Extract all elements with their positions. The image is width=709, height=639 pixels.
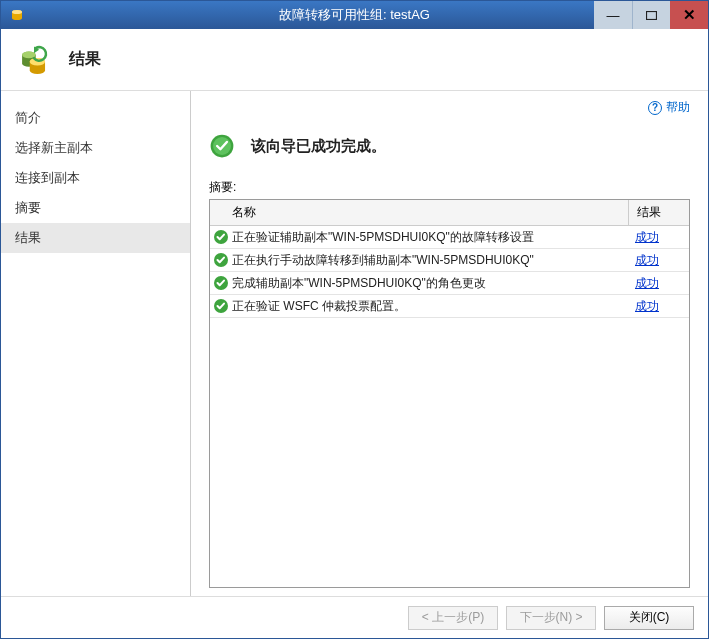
sidebar-item-connect-replica[interactable]: 连接到副本	[1, 163, 190, 193]
content-area: ? 帮助 该向导已成功完成。 摘要: 名称 结果	[191, 91, 708, 596]
row-result: 成功	[629, 226, 689, 248]
row-name: 正在验证 WSFC 仲裁投票配置。	[230, 295, 629, 317]
row-result: 成功	[629, 272, 689, 294]
result-link[interactable]: 成功	[635, 299, 659, 313]
row-status-icon	[210, 275, 230, 291]
footer: < 上一步(P) 下一步(N) > 关闭(C)	[1, 596, 708, 638]
table-row: 正在验证辅助副本"WIN-5PMSDHUI0KQ"的故障转移设置 成功	[210, 226, 689, 249]
result-link[interactable]: 成功	[635, 230, 659, 244]
row-name: 正在验证辅助副本"WIN-5PMSDHUI0KQ"的故障转移设置	[230, 226, 629, 248]
result-link[interactable]: 成功	[635, 253, 659, 267]
row-status-icon	[210, 252, 230, 268]
sidebar-item-select-primary[interactable]: 选择新主副本	[1, 133, 190, 163]
row-name: 正在执行手动故障转移到辅助副本"WIN-5PMSDHUI0KQ"	[230, 249, 629, 271]
titlebar: 故障转移可用性组: testAG — ✕	[1, 1, 708, 29]
row-status-icon	[210, 298, 230, 314]
main-area: 简介 选择新主副本 连接到副本 摘要 结果 ? 帮助 该向导已成功完成。 摘要:…	[1, 91, 708, 596]
row-result: 成功	[629, 249, 689, 271]
summary-label: 摘要:	[209, 179, 690, 196]
row-status-icon	[210, 229, 230, 245]
sidebar: 简介 选择新主副本 连接到副本 摘要 结果	[1, 91, 191, 596]
previous-button: < 上一步(P)	[408, 606, 498, 630]
sidebar-item-summary[interactable]: 摘要	[1, 193, 190, 223]
grid-header: 名称 结果	[210, 200, 689, 226]
help-icon: ?	[648, 101, 662, 115]
help-label: 帮助	[666, 99, 690, 116]
page-title: 结果	[69, 49, 101, 70]
window-controls: — ✕	[594, 1, 708, 29]
svg-rect-2	[647, 11, 657, 19]
status-message: 该向导已成功完成。	[251, 137, 386, 156]
result-link[interactable]: 成功	[635, 276, 659, 290]
maximize-button[interactable]	[632, 1, 670, 29]
app-icon	[7, 5, 27, 25]
results-grid: 名称 结果 正在验证辅助副本"WIN-5PMSDHUI0KQ"的故障转移设置 成…	[209, 199, 690, 588]
table-row: 完成辅助副本"WIN-5PMSDHUI0KQ"的角色更改 成功	[210, 272, 689, 295]
column-name[interactable]: 名称	[210, 200, 629, 225]
success-icon	[209, 133, 235, 159]
column-result[interactable]: 结果	[629, 200, 689, 225]
minimize-button[interactable]: —	[594, 1, 632, 29]
sidebar-item-results[interactable]: 结果	[1, 223, 190, 253]
svg-point-1	[12, 10, 22, 14]
wizard-logo-icon	[17, 43, 51, 77]
table-row: 正在执行手动故障转移到辅助副本"WIN-5PMSDHUI0KQ" 成功	[210, 249, 689, 272]
table-row: 正在验证 WSFC 仲裁投票配置。 成功	[210, 295, 689, 318]
close-wizard-button[interactable]: 关闭(C)	[604, 606, 694, 630]
grid-body: 正在验证辅助副本"WIN-5PMSDHUI0KQ"的故障转移设置 成功 正在执行…	[210, 226, 689, 587]
close-button[interactable]: ✕	[670, 1, 708, 29]
page-header: 结果	[1, 29, 708, 91]
sidebar-item-intro[interactable]: 简介	[1, 103, 190, 133]
next-button: 下一步(N) >	[506, 606, 596, 630]
row-name: 完成辅助副本"WIN-5PMSDHUI0KQ"的角色更改	[230, 272, 629, 294]
status-row: 该向导已成功完成。	[209, 133, 690, 159]
help-link[interactable]: ? 帮助	[648, 99, 690, 116]
row-result: 成功	[629, 295, 689, 317]
